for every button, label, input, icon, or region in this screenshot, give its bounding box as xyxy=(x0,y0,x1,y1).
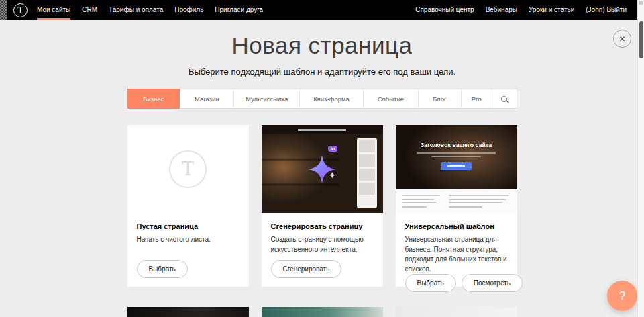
template-card-row2-3[interactable] xyxy=(396,307,517,317)
template-preview xyxy=(127,307,249,317)
ai-badge: AI xyxy=(328,146,337,152)
select-button[interactable]: Выбрать xyxy=(405,274,456,292)
template-preview xyxy=(262,307,383,317)
page-subtitle: Выберите подходящий шаблон и адаптируйте… xyxy=(0,66,644,77)
decor-text-line xyxy=(402,195,440,196)
topbar-item-help-center[interactable]: Справочный центр xyxy=(415,0,474,20)
card-description: Начать с чистого листа. xyxy=(137,235,239,245)
panel-row xyxy=(359,169,375,181)
topbar-item-crm[interactable]: CRM xyxy=(82,0,97,20)
tab-event[interactable]: Событие xyxy=(364,89,419,108)
close-icon: ✕ xyxy=(619,35,625,43)
topbar-right-menu: Справочный центр Вебинары Уроки и статьи… xyxy=(404,0,627,20)
preview-hero-section: Заголовок вашего сайта xyxy=(396,125,517,189)
topbar-item-logout[interactable]: (John) Выйти xyxy=(586,0,627,20)
scrollbar[interactable] xyxy=(637,0,644,317)
template-card-blank[interactable]: T Пустая страница Начать с чистого листа… xyxy=(127,125,249,287)
tilda-logo-icon[interactable]: T xyxy=(13,3,28,17)
tab-business[interactable]: Бизнес xyxy=(127,89,180,109)
template-card-row2-2[interactable] xyxy=(262,307,383,317)
panel-row xyxy=(359,183,375,195)
decor-text-line xyxy=(431,156,481,157)
panel-row xyxy=(359,140,375,152)
card-title: Универсальный шаблон xyxy=(405,222,508,230)
template-preview-universal: Заголовок вашего сайта xyxy=(396,125,517,213)
decor-text-line xyxy=(402,202,437,203)
template-preview xyxy=(396,307,517,317)
scrollbar-thumb[interactable] xyxy=(639,21,643,58)
template-card-row2-1[interactable] xyxy=(127,307,249,317)
topbar-item-lessons[interactable]: Уроки и статьи xyxy=(529,0,574,20)
template-preview-ai: AI xyxy=(262,125,383,213)
preview-text-section xyxy=(396,189,517,213)
topbar-item-profile[interactable]: Профиль xyxy=(174,0,203,20)
card-title: Сгенерировать страницу xyxy=(271,222,374,230)
page-title: Новая страница xyxy=(0,32,644,59)
help-button[interactable]: ? xyxy=(607,281,637,311)
tilda-watermark-letter: T xyxy=(182,158,194,179)
page-head: Новая страница Выберите подходящий шабло… xyxy=(0,32,644,77)
ai-sparkle-icon xyxy=(307,154,337,185)
preview-hero-title: Заголовок вашего сайта xyxy=(421,142,492,148)
card-description: Универсальная страница для бизнеса. Поня… xyxy=(405,235,508,274)
template-grid: T Пустая страница Начать с чистого листа… xyxy=(127,125,517,317)
card-title: Пустая страница xyxy=(137,222,239,230)
template-preview-blank: T xyxy=(127,125,249,213)
scrollbar-up-arrow[interactable] xyxy=(639,1,643,5)
preview-header-strip xyxy=(262,125,383,134)
tab-multilink[interactable]: Мультиссылка xyxy=(234,89,300,108)
topbar-item-invite-friend[interactable]: Пригласи друга xyxy=(215,0,263,20)
select-button[interactable]: Выбрать xyxy=(137,260,188,278)
template-card-ai-generate[interactable]: AI Сгенерировать страницу Создать страни… xyxy=(262,125,383,287)
topbar-item-webinars[interactable]: Вебинары xyxy=(486,0,517,20)
card-description: Создать страницу с помощью искусственног… xyxy=(271,235,374,255)
tab-quiz-form[interactable]: Квиз-форма xyxy=(300,89,364,108)
decor-text-line xyxy=(449,195,509,196)
topbar-item-tariffs[interactable]: Тарифы и оплата xyxy=(109,0,163,20)
close-button[interactable]: ✕ xyxy=(613,30,631,48)
topbar-item-my-sites[interactable]: Мои сайты xyxy=(37,0,70,20)
template-category-tabs: Бизнес Магазин Мультиссылка Квиз-форма С… xyxy=(127,89,517,109)
tab-shop[interactable]: Магазин xyxy=(180,89,234,108)
tab-blog[interactable]: Блог xyxy=(419,89,462,108)
tab-search[interactable] xyxy=(492,89,517,108)
panel-row xyxy=(359,154,375,167)
topbar-edge-texture xyxy=(0,0,7,20)
decor-text-line xyxy=(449,199,506,200)
topbar-left-menu: T Мои сайты CRM Тарифы и оплата Профиль … xyxy=(13,0,274,20)
tilda-watermark-icon: T xyxy=(169,150,207,188)
generate-button[interactable]: Сгенерировать xyxy=(271,260,342,278)
search-icon xyxy=(501,96,507,102)
decor-text-line xyxy=(449,206,483,208)
decor-text-line xyxy=(402,206,427,208)
decor-text-line xyxy=(402,199,435,200)
view-button[interactable]: Посмотреть xyxy=(462,274,523,292)
topbar: T Мои сайты CRM Тарифы и оплата Профиль … xyxy=(0,0,637,20)
decor-text-line xyxy=(417,152,496,154)
tab-pro[interactable]: Pro xyxy=(462,89,492,108)
decor-text-line xyxy=(298,129,346,131)
preview-cta-button xyxy=(441,162,472,170)
decor-text-line xyxy=(449,202,503,203)
template-card-universal[interactable]: Заголовок вашего сайта xyxy=(396,125,517,287)
preview-side-panel xyxy=(357,138,377,208)
